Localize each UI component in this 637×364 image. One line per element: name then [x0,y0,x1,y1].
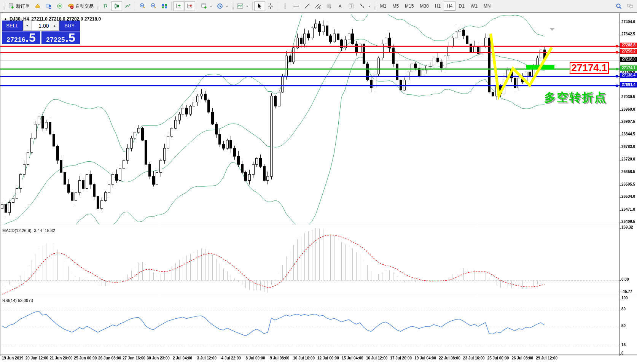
price-tick-label: 26907.5 [621,119,635,124]
timeframe-button-d1[interactable]: D1 [455,2,467,11]
cursor-tool-button[interactable] [254,1,265,11]
line-chart-mode-button[interactable] [122,1,133,11]
chat-button[interactable] [624,1,635,11]
timeframe-button-m5[interactable]: M5 [389,2,402,11]
candlestick-mode-button[interactable] [111,1,122,11]
time-axis-label: 4 Jul 22:00 [218,356,244,360]
crosshair-icon [268,3,274,10]
time-axis-label: 25 Jul 00:00 [485,356,511,360]
buy-price-main: 27225 [46,36,65,44]
zoom-out-icon [150,3,156,10]
price-flag-27174.1: 27174.1 [620,65,637,71]
vertical-line-tool-button[interactable] [280,1,291,11]
chart-shift-marker-icon[interactable] [549,28,555,31]
tile-windows-button[interactable] [159,1,170,11]
timeframe-button-h1[interactable]: H1 [432,2,444,11]
new-chart-button[interactable]: ▼ [199,1,215,11]
time-axis-label: 15 Jul 04:00 [339,356,366,360]
period-preset-button[interactable]: ▼ [215,1,231,11]
crosshair-tool-button[interactable] [265,1,276,11]
dropdown-arrow-icon: ▼ [246,5,248,8]
price-flag-27288.8: 27288.8 [620,43,637,48]
time-axis-label: 8 Jul 00:00 [242,356,269,360]
search-button[interactable] [613,1,624,11]
search-icon [616,3,622,10]
time-axis-label: 23 Jul 16:00 [460,356,487,360]
chat-icon [627,3,633,10]
line-chart-icon [124,3,131,10]
volume-increase-button[interactable]: ▲ [51,21,59,30]
volume-decrease-button[interactable]: ▼ [23,21,32,30]
toolbar-drag-handle[interactable] [97,2,99,10]
charts-list-button[interactable] [32,1,43,11]
timeframe-button-m1[interactable]: M1 [377,2,390,11]
sell-price-button[interactable]: 27216 .5 [2,31,40,44]
price-callout-box[interactable]: 27174.1 [570,62,609,74]
bar-chart-mode-button[interactable] [100,1,111,11]
new-order-icon [8,3,14,10]
price-tick-label: 26409.5 [621,219,635,224]
tile-windows-icon [161,3,167,10]
text-label-tool-button[interactable]: A [335,1,346,11]
toolbar-drag-handle[interactable] [3,2,5,10]
timeframe-button-mn[interactable]: MN [481,2,494,11]
timeframe-button-m30[interactable]: M30 [417,2,432,11]
vertical-line-icon [282,3,288,10]
svg-text:E: E [319,7,320,9]
equidistant-channel-tool-button[interactable]: E [313,1,324,11]
buy-button[interactable]: BUY [59,21,80,31]
time-axis-label: 19 Jul 04:00 [412,356,439,360]
data-window-icon [56,3,63,10]
time-axis-label: 25 Jun 00:00 [72,356,99,360]
buy-price-button[interactable]: 27225 .5 [41,31,80,44]
price-flag-27258.2: 27258.2 [620,49,637,54]
time-axis-label: 26 Jul 08:00 [509,356,536,360]
volume-input[interactable] [32,21,51,30]
time-axis-label: 26 Jun 08:00 [96,356,123,360]
indicators-button[interactable]: ▼ [235,1,251,11]
time-axis-label: 17 Jul 20:00 [388,356,414,360]
time-axis-label: 27 Jun 16:00 [121,356,147,360]
price-tick-label: 26658.5 [621,170,635,174]
price-tick-label: 26783.0 [621,145,635,149]
zoom-in-button[interactable] [137,1,148,11]
zoom-out-button[interactable] [148,1,159,11]
svg-text:A: A [339,4,342,8]
chart-shift-button[interactable] [184,1,195,11]
timeframe-button-w1[interactable]: W1 [468,2,481,11]
sell-button[interactable]: SELL [2,21,23,31]
trendline-tool-button[interactable] [302,1,313,11]
horizontal-line-tool-button[interactable] [291,1,302,11]
toolbar-drag-handle[interactable] [232,2,234,10]
dropdown-arrow-icon: ▼ [210,5,212,8]
toolbar-drag-handle[interactable] [374,2,376,10]
price-flag-27091.4: 27091.4 [620,82,637,87]
timeframe-button-h4[interactable]: H4 [444,2,455,11]
main-toolbar: 新订单 自动交易 [0,0,637,13]
arrows-tool-button[interactable]: ▼ [357,1,373,11]
timeframe-button-m15[interactable]: M15 [402,2,417,11]
autotrading-icon [67,3,74,10]
rsi-axis-label: 0 [621,351,624,355]
price-tick-label: 26969.0 [621,107,635,111]
chart-canvas[interactable] [0,13,637,364]
new-order-button[interactable]: 新订单 [6,1,32,11]
price-tick-label: 27404.0 [621,20,635,24]
profiles-icon [45,3,52,10]
autotrading-button[interactable]: 自动交易 [65,1,96,11]
fibonacci-tool-button[interactable]: F [324,1,335,11]
rsi-axis-label: 15 [621,343,626,347]
text-tool-button[interactable]: T [346,1,357,11]
charts-list-icon [34,3,41,10]
new-chart-icon [201,3,207,10]
fibonacci-icon: F [326,3,333,10]
macd-axis-label: 0.00 [621,277,629,281]
rsi-indicator-label: RSI(14) 53.0973 [2,298,33,303]
profiles-button[interactable] [43,1,54,11]
turning-point-annotation[interactable]: 多空转折点 [544,90,607,105]
svg-text:F: F [330,7,331,9]
data-window-button[interactable] [54,1,65,11]
rsi-axis-label: 50 [621,324,626,328]
auto-scroll-button[interactable] [173,1,184,11]
time-axis-label: 20 Jun 12:00 [24,356,50,360]
